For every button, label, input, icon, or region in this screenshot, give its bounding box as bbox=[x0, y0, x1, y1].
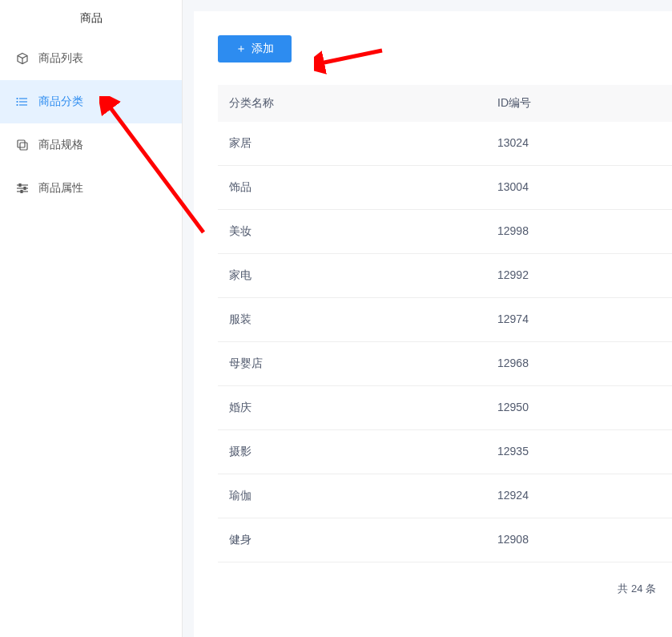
cell-id: 12924 bbox=[497, 489, 661, 503]
table-row[interactable]: 摄影12935 bbox=[218, 430, 672, 474]
sidebar-item-product-category[interactable]: 商品分类 bbox=[0, 80, 182, 123]
cell-id: 12935 bbox=[497, 445, 661, 459]
main-content: ＋ 添加 分类名称 ID编号 家居13024饰品13004美妆12998家电12… bbox=[183, 0, 672, 637]
cube-icon bbox=[16, 52, 29, 65]
cell-name: 摄影 bbox=[229, 445, 497, 459]
cell-name: 瑜伽 bbox=[229, 489, 497, 503]
add-button-label: 添加 bbox=[251, 42, 274, 56]
cell-name: 家居 bbox=[229, 136, 497, 151]
sidebar-item-label: 商品分类 bbox=[38, 95, 83, 109]
sidebar-item-product-attr[interactable]: 商品属性 bbox=[0, 167, 182, 210]
svg-point-5 bbox=[17, 105, 18, 106]
cell-name: 饰品 bbox=[229, 180, 497, 195]
pagination: 共 24 条 bbox=[218, 562, 672, 596]
sliders-icon bbox=[16, 182, 29, 195]
svg-rect-6 bbox=[18, 140, 25, 147]
svg-point-4 bbox=[17, 102, 18, 103]
table-row[interactable]: 饰品13004 bbox=[218, 166, 672, 210]
cell-name: 健身 bbox=[229, 533, 497, 547]
cell-name: 家电 bbox=[229, 268, 497, 283]
cell-id: 12908 bbox=[497, 533, 661, 547]
cell-id: 12998 bbox=[497, 224, 661, 239]
cell-name: 婚庆 bbox=[229, 401, 497, 415]
header-id: ID编号 bbox=[497, 96, 661, 111]
table-row[interactable]: 健身12908 bbox=[218, 518, 672, 562]
list-icon bbox=[16, 95, 29, 108]
svg-rect-7 bbox=[20, 143, 27, 150]
sidebar-item-label: 商品规格 bbox=[38, 138, 83, 152]
table-row[interactable]: 婚庆12950 bbox=[218, 386, 672, 430]
cell-name: 母婴店 bbox=[229, 357, 497, 371]
table-row[interactable]: 母婴店12968 bbox=[218, 342, 672, 386]
table-row[interactable]: 美妆12998 bbox=[218, 210, 672, 254]
sidebar-item-label: 商品属性 bbox=[38, 181, 83, 196]
cell-name: 美妆 bbox=[229, 224, 497, 239]
sidebar-title: 商品 bbox=[0, 0, 182, 37]
header-name: 分类名称 bbox=[229, 96, 497, 111]
table-row[interactable]: 家居13024 bbox=[218, 122, 672, 166]
cell-id: 13004 bbox=[497, 180, 661, 195]
table-header: 分类名称 ID编号 bbox=[218, 85, 672, 122]
sidebar-item-product-list[interactable]: 商品列表 bbox=[0, 37, 182, 80]
sidebar-item-product-spec[interactable]: 商品规格 bbox=[0, 123, 182, 167]
table-row[interactable]: 家电12992 bbox=[218, 254, 672, 298]
add-button[interactable]: ＋ 添加 bbox=[218, 35, 292, 62]
table-row[interactable]: 服装12974 bbox=[218, 298, 672, 342]
sidebar-item-label: 商品列表 bbox=[38, 51, 83, 66]
cell-name: 服装 bbox=[229, 312, 497, 327]
cell-id: 12992 bbox=[497, 268, 661, 283]
sidebar: 商品 商品列表 bbox=[0, 0, 183, 637]
category-table: 分类名称 ID编号 家居13024饰品13004美妆12998家电12992服装… bbox=[218, 85, 672, 562]
table-row[interactable]: 瑜伽12924 bbox=[218, 474, 672, 518]
cell-id: 12968 bbox=[497, 357, 661, 371]
svg-rect-11 bbox=[19, 184, 21, 187]
plus-icon: ＋ bbox=[235, 42, 247, 56]
svg-rect-13 bbox=[21, 191, 22, 193]
cell-id: 12974 bbox=[497, 312, 661, 327]
pagination-total: 共 24 条 bbox=[618, 583, 656, 595]
cell-id: 13024 bbox=[497, 136, 661, 151]
svg-point-3 bbox=[17, 99, 18, 99]
cell-id: 12950 bbox=[497, 401, 661, 415]
copy-icon bbox=[16, 139, 29, 151]
svg-rect-12 bbox=[24, 187, 26, 190]
